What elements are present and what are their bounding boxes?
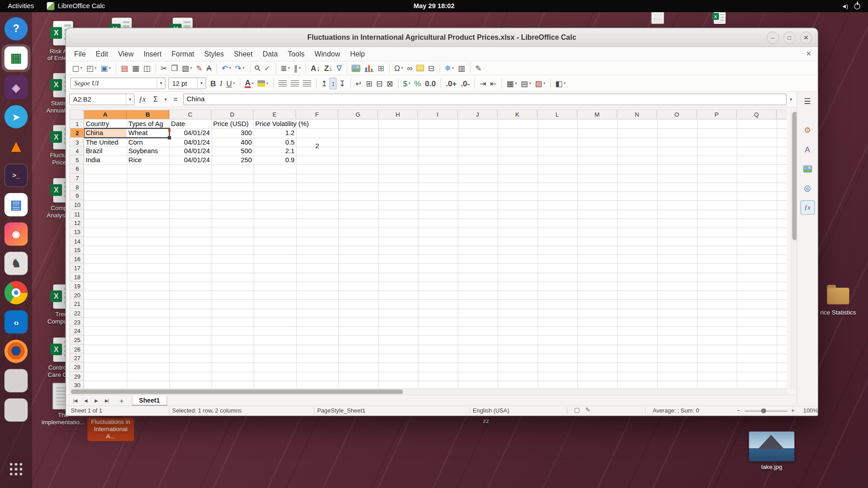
cell-A1[interactable]: Country	[84, 119, 127, 129]
sidebar-settings-button[interactable]: ☰	[800, 94, 815, 108]
zoom-level[interactable]: 100%	[803, 407, 818, 414]
row-header-4[interactable]: 4	[71, 146, 85, 155]
print-button[interactable]: ▦	[130, 62, 141, 74]
formula-input[interactable]: China	[183, 94, 787, 105]
system-tray[interactable]: ◄)	[841, 3, 868, 9]
cell-E5[interactable]: 0.9	[254, 155, 296, 165]
show-draw-functions-button[interactable]: ✎	[473, 62, 483, 74]
unmerge-cells-button[interactable]: ⊠	[385, 77, 395, 89]
cell-A2[interactable]: China	[84, 128, 127, 138]
menu-data[interactable]: Data	[258, 48, 283, 60]
properties-deck-button[interactable]: ⚙	[800, 123, 815, 137]
special-character-button[interactable]: Ω▾	[392, 62, 405, 74]
sheet-info[interactable]: Sheet 1 of 1	[71, 407, 102, 414]
increase-indent-button[interactable]: ⇥	[478, 77, 488, 89]
dock-item-libreoffice-calc[interactable]: ▦	[2, 44, 31, 72]
row-header-6[interactable]: 6	[71, 164, 85, 174]
clone-formatting-button[interactable]: ✎	[194, 62, 204, 74]
decrease-indent-button[interactable]: ⇤	[488, 77, 498, 89]
appmenu[interactable]: LibreOffice Calc	[42, 0, 110, 12]
last-sheet-button[interactable]: ▶|	[102, 396, 111, 406]
row-header-18[interactable]: 18	[71, 272, 85, 282]
cell-B5[interactable]: Rice	[127, 155, 169, 165]
split-window-button[interactable]: ▥	[456, 62, 467, 74]
spelling-button[interactable]: ✓	[262, 62, 272, 74]
borders-button[interactable]: ▦▾	[505, 77, 519, 89]
equals-button[interactable]: =	[170, 94, 181, 105]
cell-F3-value[interactable]: 2	[296, 141, 338, 151]
insert-comment-button[interactable]	[415, 62, 425, 74]
merge-and-center-button[interactable]: ⊞	[364, 77, 374, 89]
dock-item-app-1[interactable]	[2, 367, 31, 394]
sheet-tab[interactable]: Sheet1	[132, 395, 167, 406]
menu-tools[interactable]: Tools	[283, 48, 310, 60]
delete-decimal-place-button[interactable]: .0-	[459, 77, 471, 89]
row-header-29[interactable]: 29	[71, 371, 85, 380]
power-icon[interactable]	[854, 3, 860, 9]
font-name-combo[interactable]: Segoe UI ▾	[71, 77, 166, 89]
insert-hyperlink-button[interactable]: ∞	[405, 62, 414, 74]
column-header-C[interactable]: C	[170, 110, 212, 120]
chevron-down-icon[interactable]: ▾	[126, 94, 134, 104]
dock-item-firefox[interactable]	[2, 338, 31, 365]
row-header-17[interactable]: 17	[71, 263, 85, 272]
language-info[interactable]: English (USA)	[473, 407, 509, 414]
save-button[interactable]: ▣▾	[99, 62, 113, 74]
average-sum-info[interactable]: Average: ; Sum: 0	[653, 407, 699, 414]
dock-item-app-2[interactable]	[2, 396, 31, 424]
column-header-P[interactable]: P	[697, 110, 737, 120]
activities-button[interactable]: Activities	[0, 0, 42, 12]
sum-button[interactable]: Σ	[150, 94, 161, 105]
dock-item-photos[interactable]: ◉	[2, 220, 31, 248]
format-as-currency-button[interactable]: $▾	[401, 77, 412, 89]
cell-D5[interactable]: 250	[212, 155, 254, 165]
font-size-combo[interactable]: 12 pt ▾	[168, 77, 206, 89]
page-style-info[interactable]: PageStyle_Sheet1	[317, 407, 366, 414]
row-header-19[interactable]: 19	[71, 282, 85, 291]
cell-D4[interactable]: 500	[212, 146, 254, 156]
align-bottom-button[interactable]: ↧	[337, 77, 347, 89]
navigator-deck-button[interactable]: ◎	[800, 181, 815, 195]
menu-insert[interactable]: Insert	[139, 48, 167, 60]
row-header-23[interactable]: 23	[71, 318, 85, 327]
border-style-button[interactable]: ▤▾	[519, 77, 533, 89]
column-header-G[interactable]: G	[338, 110, 378, 120]
first-sheet-button[interactable]: |◀	[71, 396, 80, 406]
desktop-icon-lake-photo[interactable]: lake.jpg	[749, 435, 795, 471]
conditional-formatting-button[interactable]: ◧▾	[554, 77, 567, 89]
dock-item-purple-app[interactable]: ◈	[2, 74, 31, 101]
insert-image-button[interactable]	[350, 62, 362, 74]
dock-item-chrome[interactable]	[2, 279, 31, 306]
signature-icon[interactable]: ✎	[585, 407, 590, 414]
cell-C1[interactable]: Date	[170, 119, 212, 129]
insert-chart-button[interactable]	[363, 62, 376, 74]
dock-item-show-apps[interactable]	[2, 455, 31, 483]
center-vertically-button[interactable]: ↕	[330, 77, 337, 89]
column-header-J[interactable]: J	[458, 110, 498, 120]
column-header-E[interactable]: E	[254, 110, 296, 120]
wrap-text-button[interactable]: ↵	[354, 77, 364, 89]
column-header-N[interactable]: N	[617, 110, 657, 120]
row-header-2[interactable]: 2	[71, 128, 85, 137]
row-header-22[interactable]: 22	[71, 309, 85, 318]
expand-formula-bar-icon[interactable]: ▾	[789, 97, 793, 102]
menu-window[interactable]: Window	[310, 48, 345, 60]
dock-item-vscode[interactable]: ‹›	[2, 308, 31, 336]
print-preview-button[interactable]: ◫	[142, 62, 152, 74]
cell-C3[interactable]: 04/01/24	[170, 137, 212, 147]
row-header-20[interactable]: 20	[71, 291, 85, 300]
desktop-icon-rice-statistics-folder[interactable]: rice Statistics	[815, 280, 861, 317]
column-header-F[interactable]: F	[296, 110, 338, 120]
column-header-O[interactable]: O	[657, 110, 697, 120]
menu-file[interactable]: File	[69, 48, 91, 60]
zoom-out-button[interactable]: −	[737, 407, 741, 414]
row-header-5[interactable]: 5	[71, 155, 85, 164]
format-as-number-button[interactable]: 0.0	[423, 77, 437, 89]
menu-help[interactable]: Help	[345, 48, 370, 60]
row-header-25[interactable]: 25	[71, 336, 85, 345]
function-wizard-button[interactable]: ƒx	[137, 94, 147, 105]
cell-C5[interactable]: 04/01/24	[170, 155, 212, 165]
column-header-A[interactable]: A	[84, 110, 127, 120]
horizontal-scrollbar-thumb[interactable]	[71, 389, 403, 394]
cell-B4[interactable]: Soybeans	[127, 146, 169, 156]
